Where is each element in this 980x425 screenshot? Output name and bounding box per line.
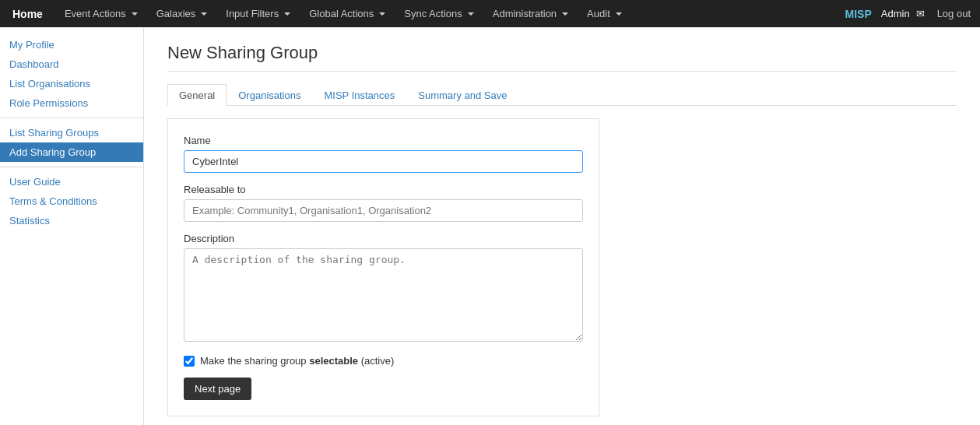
nav-item-galaxies[interactable]: Galaxies [147, 0, 217, 27]
chevron-down-icon [201, 12, 207, 16]
sidebar-item-my-profile[interactable]: My Profile [0, 35, 143, 54]
chevron-down-icon [284, 12, 290, 16]
chevron-down-icon [132, 12, 138, 16]
active-checkbox-group: Make the sharing group selectable (activ… [184, 355, 583, 367]
navbar: Home Event Actions Galaxies Input Filter… [0, 0, 980, 27]
nav-item-administration[interactable]: Administration [483, 0, 578, 27]
name-group: Name [184, 135, 583, 173]
tab-organisations[interactable]: Organisations [227, 84, 312, 106]
sidebar-item-statistics[interactable]: Statistics [0, 211, 143, 230]
name-label: Name [184, 135, 583, 146]
active-checkbox[interactable] [184, 356, 195, 367]
misp-label: MISP [839, 8, 878, 20]
nav-item-event-actions[interactable]: Event Actions [55, 0, 147, 27]
next-page-button[interactable]: Next page [184, 378, 251, 400]
chevron-down-icon [616, 12, 622, 16]
chevron-down-icon [562, 12, 568, 16]
releasable-label: Releasable to [184, 184, 583, 195]
chevron-down-icon [379, 12, 385, 16]
form-container: Name Releasable to Description Make the … [167, 118, 599, 416]
tab-general[interactable]: General [167, 84, 227, 106]
active-checkbox-label: Make the sharing group selectable (activ… [200, 355, 394, 367]
admin-label: Admin [878, 8, 913, 19]
chevron-down-icon [468, 12, 474, 16]
nav-item-sync-actions[interactable]: Sync Actions [395, 0, 483, 27]
sidebar-divider-2 [0, 167, 143, 167]
navbar-brand[interactable]: Home [0, 0, 55, 27]
main-content: New Sharing Group General Organisations … [144, 27, 980, 425]
nav-item-global-actions[interactable]: Global Actions [300, 0, 395, 27]
sidebar-item-list-sharing-groups[interactable]: List Sharing Groups [0, 123, 143, 142]
description-group: Description [184, 233, 583, 344]
layout: My Profile Dashboard List Organisations … [0, 27, 980, 425]
description-label: Description [184, 233, 583, 244]
name-input[interactable] [184, 150, 583, 173]
nav-item-input-filters[interactable]: Input Filters [216, 0, 300, 27]
nav-item-audit[interactable]: Audit [578, 0, 631, 27]
nav-right: MISP Admin ✉ Log out [839, 0, 980, 27]
page-title: New Sharing Group [167, 43, 957, 72]
nav-items: Event Actions Galaxies Input Filters Glo… [55, 0, 839, 27]
tab-misp-instances[interactable]: MISP Instances [312, 84, 406, 106]
description-textarea[interactable] [184, 248, 583, 342]
releasable-group: Releasable to [184, 184, 583, 222]
envelope-icon: ✉ [913, 8, 928, 19]
sidebar-item-list-organisations[interactable]: List Organisations [0, 74, 143, 93]
sidebar-item-dashboard[interactable]: Dashboard [0, 54, 143, 74]
logout-link[interactable]: Log out [928, 8, 980, 19]
releasable-input[interactable] [184, 199, 583, 222]
sidebar-divider-1 [0, 118, 143, 118]
sidebar: My Profile Dashboard List Organisations … [0, 27, 144, 425]
sidebar-item-add-sharing-group[interactable]: Add Sharing Group [0, 142, 143, 162]
tab-summary-and-save[interactable]: Summary and Save [406, 84, 518, 106]
tabs: General Organisations MISP Instances Sum… [167, 84, 957, 106]
sidebar-item-role-permissions[interactable]: Role Permissions [0, 93, 143, 113]
sidebar-item-terms-conditions[interactable]: Terms & Conditions [0, 191, 143, 211]
sidebar-item-user-guide[interactable]: User Guide [0, 172, 143, 191]
